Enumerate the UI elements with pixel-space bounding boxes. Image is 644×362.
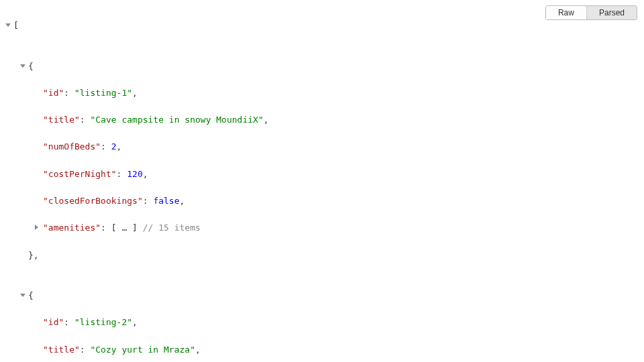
- caret-right-icon[interactable]: [35, 225, 38, 230]
- json-line: "title": "Cozy yurt in Mraza",: [5, 343, 644, 357]
- json-line: "closedForBookings": false,: [5, 194, 644, 208]
- parsed-tab[interactable]: Parsed: [587, 6, 637, 19]
- caret-down-icon[interactable]: [20, 294, 25, 297]
- json-line: },: [5, 249, 644, 262]
- json-line: "title": "Cave campsite in snowy Moundii…: [5, 113, 644, 127]
- json-line: {: [5, 60, 644, 73]
- caret-down-icon[interactable]: [20, 64, 25, 68]
- view-mode-tabs: Raw Parsed: [545, 5, 637, 20]
- json-line: [: [5, 19, 644, 32]
- json-line: "id": "listing-1",: [5, 86, 644, 100]
- json-line: "numOfBeds": 2,: [5, 140, 644, 154]
- json-line: "amenities": [ … ] // 15 items: [5, 221, 644, 235]
- caret-down-icon[interactable]: [5, 23, 11, 27]
- json-line: "id": "listing-2",: [5, 316, 644, 329]
- json-line: "costPerNight": 120,: [5, 168, 644, 181]
- json-line: {: [5, 289, 644, 302]
- raw-tab[interactable]: Raw: [546, 6, 587, 19]
- json-tree: [ { "id": "listing-1", "title": "Cave ca…: [0, 0, 644, 362]
